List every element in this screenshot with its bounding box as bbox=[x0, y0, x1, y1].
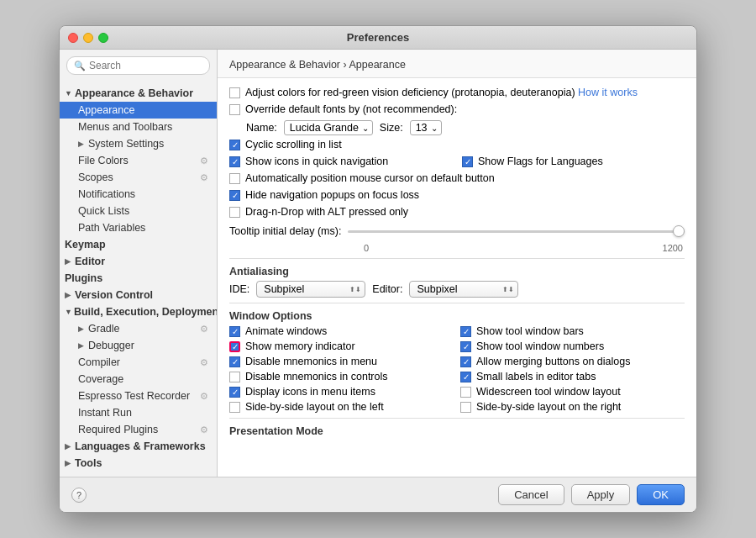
hide-nav-checkbox[interactable] bbox=[229, 190, 240, 201]
sidebar-item-gradle[interactable]: ▶ Gradle ⚙ bbox=[60, 320, 217, 337]
show-tool-bars-checkbox[interactable] bbox=[460, 326, 471, 337]
sidebar-item-label: Tools bbox=[75, 457, 102, 469]
search-input[interactable] bbox=[89, 60, 202, 71]
sidebar-item-file-colors[interactable]: File Colors ⚙ bbox=[60, 152, 217, 169]
editor-dropdown[interactable]: Subpixel bbox=[409, 281, 518, 298]
hide-nav-row: Hide navigation popups on focus loss bbox=[229, 189, 685, 201]
gear-icon: ⚙ bbox=[200, 172, 208, 183]
gear-icon: ⚙ bbox=[200, 391, 208, 402]
sidebar-item-system-settings[interactable]: ▶ System Settings bbox=[60, 135, 217, 152]
sidebar-item-languages-frameworks[interactable]: ▶ Languages & Frameworks bbox=[60, 438, 217, 455]
tooltip-label: Tooltip initial delay (ms): bbox=[229, 225, 341, 237]
main-panel: Appearance & Behavior › Appearance Adjus… bbox=[218, 50, 696, 477]
sidebar-item-coverage[interactable]: Coverage bbox=[60, 371, 217, 388]
divider3 bbox=[229, 418, 685, 419]
show-tool-bars-row: Show tool window bars bbox=[460, 325, 685, 337]
content-area: 🔍 ▼ Appearance & Behavior Appearance Men… bbox=[60, 50, 696, 477]
disable-mnemonics-controls-checkbox[interactable] bbox=[229, 372, 240, 382]
red-green-label: Adjust colors for red-green vision defic… bbox=[245, 87, 575, 98]
sidebar-item-compiler[interactable]: Compiler ⚙ bbox=[60, 354, 217, 371]
sidebar-item-path-variables[interactable]: Path Variables bbox=[60, 219, 217, 236]
show-flags-checkbox[interactable] bbox=[462, 156, 473, 167]
sidebar-item-build-execution[interactable]: ▼ Build, Execution, Deployment bbox=[60, 303, 217, 320]
sidebar-item-required-plugins[interactable]: Required Plugins ⚙ bbox=[60, 421, 217, 438]
editor-label: Editor: bbox=[372, 283, 402, 295]
cancel-button[interactable]: Cancel bbox=[498, 484, 564, 505]
sidebar: 🔍 ▼ Appearance & Behavior Appearance Men… bbox=[60, 50, 218, 477]
sidebar-item-label: Appearance & Behavior bbox=[75, 87, 193, 99]
sidebar-item-tools[interactable]: ▶ Tools bbox=[60, 455, 217, 472]
search-icon: 🔍 bbox=[74, 61, 86, 71]
divider bbox=[229, 258, 685, 259]
sidebar-item-scopes[interactable]: Scopes ⚙ bbox=[60, 169, 217, 186]
animate-windows-row: Animate windows bbox=[229, 325, 454, 337]
sidebar-item-menus-toolbars[interactable]: Menus and Toolbars bbox=[60, 119, 217, 135]
side-by-side-right-label: Side-by-side layout on the right bbox=[476, 401, 621, 413]
expand-icon: ▶ bbox=[78, 140, 87, 148]
window-options-grid: Animate windows Show tool window bars Sh… bbox=[229, 325, 685, 413]
close-button[interactable] bbox=[68, 33, 78, 43]
sidebar-item-espresso[interactable]: Espresso Test Recorder ⚙ bbox=[60, 388, 217, 404]
gear-icon: ⚙ bbox=[200, 357, 208, 368]
sidebar-item-appearance[interactable]: Appearance bbox=[60, 102, 217, 119]
auto-position-label: Automatically position mouse cursor on d… bbox=[245, 172, 495, 184]
side-by-side-left-checkbox[interactable] bbox=[229, 402, 240, 413]
maximize-button[interactable] bbox=[98, 33, 108, 43]
tooltip-row: Tooltip initial delay (ms): bbox=[229, 223, 685, 240]
show-tool-numbers-row: Show tool window numbers bbox=[460, 340, 685, 352]
expand-icon: ▶ bbox=[78, 324, 87, 333]
font-size-select[interactable]: 13 bbox=[410, 120, 442, 135]
sidebar-item-appearance-behavior[interactable]: ▼ Appearance & Behavior bbox=[60, 85, 217, 102]
apply-button[interactable]: Apply bbox=[571, 484, 631, 505]
sidebar-item-debugger[interactable]: ▶ Debugger bbox=[60, 337, 217, 354]
sidebar-item-label: System Settings bbox=[88, 138, 164, 150]
ide-dropdown[interactable]: Subpixel bbox=[256, 281, 365, 298]
auto-position-checkbox[interactable] bbox=[229, 173, 240, 184]
drag-drop-label: Drag-n-Drop with ALT pressed only bbox=[245, 206, 408, 218]
red-green-row: Adjust colors for red-green vision defic… bbox=[229, 87, 685, 98]
cyclic-scrolling-checkbox[interactable] bbox=[229, 140, 240, 150]
sidebar-item-instant-run[interactable]: Instant Run bbox=[60, 404, 217, 421]
override-fonts-label: Override default fonts by (not recommend… bbox=[245, 103, 457, 115]
override-fonts-checkbox[interactable] bbox=[229, 104, 240, 115]
preferences-window: Preferences 🔍 ▼ Appearance & Behavior Ap… bbox=[59, 25, 697, 513]
tooltip-slider[interactable] bbox=[348, 223, 685, 240]
display-icons-checkbox[interactable] bbox=[229, 387, 240, 398]
ok-button[interactable]: OK bbox=[637, 484, 685, 505]
show-memory-label: Show memory indicator bbox=[245, 340, 355, 352]
font-row: Name: Lucida Grande Size: 13 bbox=[246, 120, 685, 135]
allow-merging-checkbox[interactable] bbox=[460, 356, 471, 367]
sidebar-item-label: Editor bbox=[75, 256, 105, 267]
disable-mnemonics-menu-checkbox[interactable] bbox=[229, 356, 240, 367]
font-name-value: Lucida Grande bbox=[290, 122, 359, 134]
widescreen-row: Widescreen tool window layout bbox=[460, 386, 685, 398]
sidebar-item-label: Menus and Toolbars bbox=[78, 121, 172, 133]
side-by-side-right-checkbox[interactable] bbox=[460, 402, 471, 413]
sidebar-item-label: Plugins bbox=[65, 272, 102, 284]
show-tool-numbers-checkbox[interactable] bbox=[460, 341, 471, 352]
minimize-button[interactable] bbox=[83, 33, 93, 43]
search-box[interactable]: 🔍 bbox=[66, 56, 210, 75]
sidebar-item-label: Espresso Test Recorder bbox=[78, 390, 190, 402]
sidebar-item-keymap[interactable]: Keymap bbox=[60, 236, 217, 253]
footer-bar: ? Cancel Apply OK bbox=[60, 477, 696, 512]
show-memory-checkbox[interactable] bbox=[229, 341, 240, 352]
ide-select-row: IDE: Subpixel Editor: Subpixel bbox=[229, 281, 685, 298]
sidebar-item-editor[interactable]: ▶ Editor bbox=[60, 253, 217, 270]
sidebar-item-plugins[interactable]: Plugins bbox=[60, 270, 217, 287]
auto-position-row: Automatically position mouse cursor on d… bbox=[229, 172, 685, 184]
how-it-works-link[interactable]: How it works bbox=[578, 87, 638, 98]
animate-windows-checkbox[interactable] bbox=[229, 326, 240, 337]
slider-thumb[interactable] bbox=[673, 225, 685, 237]
red-green-checkbox[interactable] bbox=[229, 87, 240, 98]
widescreen-checkbox[interactable] bbox=[460, 387, 471, 398]
help-button[interactable]: ? bbox=[71, 488, 87, 503]
sidebar-item-version-control[interactable]: ▶ Version Control bbox=[60, 287, 217, 303]
drag-drop-checkbox[interactable] bbox=[229, 207, 240, 218]
small-labels-checkbox[interactable] bbox=[460, 372, 471, 382]
sidebar-item-quick-lists[interactable]: Quick Lists bbox=[60, 203, 217, 219]
font-name-select[interactable]: Lucida Grande bbox=[284, 120, 373, 135]
show-icons-nav-checkbox[interactable] bbox=[229, 156, 240, 167]
sidebar-item-notifications[interactable]: Notifications bbox=[60, 186, 217, 203]
disable-mnemonics-controls-label: Disable mnemonics in controls bbox=[245, 371, 388, 382]
